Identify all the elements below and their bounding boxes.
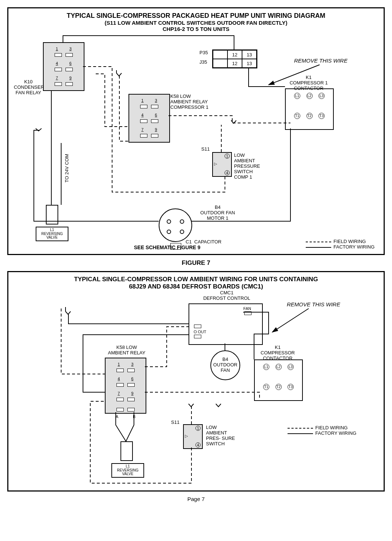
b4-2-name: B4: [222, 357, 228, 362]
cmc1-box: FAN O OUT: [189, 303, 263, 345]
dash-line-icon-8: [288, 428, 313, 429]
legend-factory-wiring-8: FACTORY WIRING: [315, 430, 356, 436]
k1-t3: T3: [318, 113, 325, 119]
k1-t2: T2: [306, 113, 313, 119]
remove-wire-note-8: REMOVE THIS WIRE: [287, 301, 340, 307]
k1-name: K1: [306, 75, 312, 80]
p35-pin-13: 13: [242, 50, 257, 59]
cmc1-fan-label: FAN: [243, 306, 251, 311]
k1b-t2: T2: [276, 384, 282, 390]
p35-pin-12: 12: [227, 50, 242, 59]
b4-motor-circle: [159, 208, 192, 242]
k58b-coil-a: A: [116, 414, 118, 419]
figure-8-diagram: CMC1 DEFROST CONTROL FAN O OUT REMOVE TH…: [14, 290, 378, 487]
s11-name-label: S11: [201, 147, 210, 152]
b4-2-desc: OUTDOOR FAN: [213, 362, 237, 373]
l1-2-name: L1: [126, 464, 130, 468]
figure-8-panel: TYPICAL SINGLE-COMPRESSOR LOW AMBIENT WI…: [7, 271, 385, 492]
k58-2-name: K58 LOW: [116, 345, 137, 350]
k1-t1: T1: [294, 113, 300, 119]
figure-8-title-1: TYPICAL SINGLE-COMPRESSOR LOW AMBIENT WI…: [14, 276, 378, 283]
solid-line-icon: [306, 247, 331, 248]
j35-label: J35: [199, 60, 207, 65]
k1-2-name: K1: [275, 345, 281, 350]
k1-2-contactor-box: L1 L2 L3 T1 T2 T3: [254, 359, 303, 401]
k10-pin-6: 6: [70, 61, 72, 65]
l1-desc: REVERSING VALVE: [41, 232, 63, 240]
k1b-t3: T3: [288, 384, 294, 390]
cmc1-oout-label: O OUT: [194, 330, 206, 334]
k58-pin-4: 4: [141, 113, 143, 117]
b4-2-motor-circle: B4 OUTDOOR FAN: [210, 350, 240, 380]
k1b-l3: L3: [288, 364, 294, 370]
j35-pin-13: 13: [242, 59, 257, 68]
l1-name: L1: [50, 228, 54, 232]
k10-pin-9: 9: [70, 76, 72, 80]
k10-pin-4: 4: [56, 61, 58, 65]
dash-line-icon: [306, 242, 331, 242]
c1-desc: CAPACITOR: [194, 239, 222, 244]
to-24v-com-label: TO 24V COM: [64, 154, 70, 183]
j35-pin-12: 12: [227, 59, 242, 68]
k58-pin-3: 3: [155, 98, 157, 103]
cmc1-label: CMC1 DEFROST CONTROL: [198, 290, 256, 301]
k58-relay-box: 1 3 4 6 7 9: [128, 94, 170, 143]
figure-8-title-block: TYPICAL SINGLE-COMPRESSOR LOW AMBIENT WI…: [14, 276, 378, 290]
see-schematic-label: SEE SCHEMATIC FIGURE 9: [134, 244, 201, 250]
k1-label: K1 COMPRESSOR 1 CONTACTOR: [285, 75, 332, 91]
s11-switch-box: 1 4 ▷: [212, 152, 232, 177]
s11-2-name-label: S11: [171, 420, 179, 425]
remove-wire-note-7: REMOVE THIS WIRE: [294, 57, 348, 64]
l1-box: L1 REVERSING VALVE: [36, 227, 68, 241]
k58-pin-6: 6: [155, 113, 157, 117]
k1-l1: L1: [294, 93, 300, 99]
k58-desc: AMBIENT RELAY COMPRESSOR 1: [170, 99, 209, 110]
k10-name: K10: [24, 79, 32, 84]
c1-label: C1 CAPACITOR: [186, 239, 222, 245]
s11b-pin-4: 4: [195, 442, 201, 447]
legend-field-wiring-8: FIELD WIRING: [315, 425, 348, 430]
b4-2-inner: B4 OUTDOOR FAN: [211, 351, 239, 373]
figure-8-legend: FIELD WIRING FACTORY WIRING: [288, 425, 356, 436]
figure-7-caption: FIGURE 7: [7, 259, 385, 267]
k58b-pin-1: 1: [118, 362, 120, 366]
k58-label: K58 LOW AMBIENT RELAY COMPRESSOR 1: [170, 94, 214, 110]
k1-desc: COMPRESSOR 1 CONTACTOR: [290, 80, 328, 91]
k10-label: K10 CONDENSER FAN RELAY: [14, 79, 43, 96]
p35-label: P35: [199, 50, 208, 56]
legend-factory-wiring-7: FACTORY WIRING: [333, 244, 375, 250]
svg-line-1: [272, 309, 309, 332]
k58b-pin-4: 4: [118, 377, 120, 381]
b4-name: B4: [215, 204, 221, 210]
s11b-pin-1: 1: [195, 426, 201, 431]
k58-pin-9: 9: [155, 127, 157, 132]
k58b-pin-9: 9: [131, 391, 134, 395]
figure-7-diagram: 1 3 4 6 7 9 K10 CONDENSER FA: [14, 32, 378, 250]
l1-solenoid-icon: [46, 205, 58, 224]
k1b-t1: T1: [263, 384, 269, 390]
legend-field-wiring-7: FIELD WIRING: [333, 239, 366, 244]
k58b-pin-3: 3: [131, 362, 134, 366]
s11-desc-label: LOW AMBIENT PRESSURE SWITCH COMP 1: [234, 153, 267, 180]
k1-l2: L2: [306, 93, 313, 99]
k58-2-label: K58 LOW AMBIENT RELAY: [105, 345, 149, 356]
k1b-l1: L1: [263, 364, 269, 370]
k10-pin-7: 7: [56, 76, 58, 80]
s11-pin-1: 1: [225, 154, 230, 159]
k58-pin-7: 7: [141, 127, 143, 132]
l1-2-box: L1 REVERSING VALVE: [111, 463, 144, 478]
figure-7-title-units: CHP16-2 TO 5 TON UNITS: [14, 26, 378, 32]
k10-pin-1: 1: [56, 47, 58, 51]
k58b-pin-7: 7: [118, 391, 120, 395]
b4-label: B4 OUTDOOR FAN MOTOR 1: [196, 205, 239, 221]
figure-7-legend: FIELD WIRING FACTORY WIRING: [306, 239, 375, 250]
k58-name: K58 LOW: [170, 94, 191, 99]
s11-2-desc-label: LOW AMBIENT PRES- SURE SWITCH: [206, 425, 235, 447]
l1-2-solenoid-icon: [120, 441, 133, 461]
solid-line-icon-8: [288, 433, 313, 434]
k1-l3: L3: [318, 93, 325, 99]
figure-7-title-sub: (S11 LOW AMBIENT CONTROL SWITCHES OUTDOO…: [14, 20, 378, 26]
b4-desc: OUTDOOR FAN MOTOR 1: [200, 210, 235, 221]
k58-2-relay-box: 1 3 4 6 7 9 A: [105, 358, 146, 414]
l1-2-desc: REVERSING VALVE: [117, 468, 139, 476]
